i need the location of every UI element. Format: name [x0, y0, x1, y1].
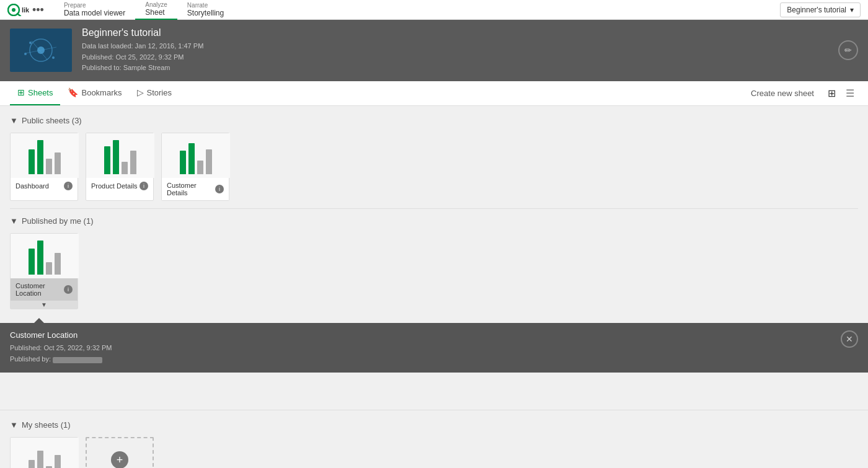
- bar: [29, 149, 35, 174]
- tooltip-published-by: Published by:: [10, 353, 858, 365]
- tooltip-panel: Customer Location Published: Oct 25, 202…: [0, 323, 868, 373]
- sheet-card-customer-location-name: Customer Location: [16, 282, 64, 297]
- bar: [113, 140, 119, 174]
- sheet-card-customer-details[interactable]: Customer Details i: [161, 133, 229, 201]
- sheet-card-dashboard-name: Dashboard: [16, 182, 64, 190]
- sheet-card-customer-location-footer: Customer Location i: [11, 278, 78, 301]
- app-info: Beginner's tutorial Data last loaded: Ja…: [82, 27, 203, 74]
- nav-narrate-top: Narrate: [187, 2, 224, 9]
- tabs-bar: ⊞ Sheets 🔖 Bookmarks ▷ Stories Create ne…: [0, 81, 868, 106]
- nav-prepare[interactable]: Prepare Data model viewer: [54, 0, 135, 20]
- sheet-card-dashboard-thumb: [11, 133, 79, 178]
- sheet-card-product-details-thumb: [86, 133, 154, 178]
- public-sheets-cards: Dashboard i Product Details i: [10, 133, 858, 201]
- tooltip-close-button[interactable]: ✕: [841, 330, 858, 348]
- create-new-sheet-card[interactable]: + Create new sheet: [86, 437, 154, 468]
- bar: [122, 162, 128, 174]
- bar: [29, 460, 35, 468]
- mid-spacer: [0, 373, 868, 410]
- svg-point-11: [24, 53, 27, 55]
- app-published-to: Published to: Sample Stream: [82, 63, 203, 74]
- nav-more-icon[interactable]: •••: [32, 4, 44, 15]
- bar: [130, 151, 136, 174]
- bar: [104, 146, 110, 174]
- published-by-me-header[interactable]: ▼ Published by me (1): [10, 216, 858, 226]
- bar: [37, 241, 43, 275]
- nav-analyze-top: Analyze: [145, 1, 167, 8]
- published-by-redacted: [53, 357, 102, 363]
- app-published: Published: Oct 25, 2022, 9:32 PM: [82, 52, 203, 63]
- grid-view-button[interactable]: ⊞: [824, 85, 839, 102]
- edit-button[interactable]: ✏: [838, 40, 858, 60]
- bar: [46, 262, 52, 275]
- close-icon: ✕: [846, 334, 853, 344]
- my-sheets-heading: My sheets (1): [22, 420, 71, 430]
- bar: [188, 143, 195, 174]
- app-dropdown-label: Beginner's tutorial: [787, 6, 846, 14]
- create-sheet-header-button[interactable]: Create new sheet: [746, 86, 819, 100]
- sheet-card-product-details-footer: Product Details i: [86, 178, 153, 194]
- sheet-card-customer-location[interactable]: Customer Location i ▼: [10, 233, 78, 309]
- svg-point-10: [52, 56, 55, 59]
- chevron-down-icon: ▾: [850, 6, 854, 14]
- nav-analyze-bottom: Sheet: [145, 8, 167, 17]
- bar: [55, 253, 61, 275]
- bar: [197, 161, 203, 174]
- nav-prepare-top: Prepare: [64, 2, 125, 9]
- sheet-card-product-details-name: Product Details: [91, 182, 140, 190]
- sheet-card-customer-location-thumb: [11, 234, 79, 278]
- sheet-card-dashboard-footer: Dashboard i: [11, 178, 78, 194]
- tooltip-arrow: [34, 318, 44, 323]
- list-view-button[interactable]: ☰: [842, 85, 858, 102]
- svg-line-2: [17, 14, 20, 16]
- sheet-card-customer-location-info[interactable]: i: [64, 285, 73, 294]
- tab-stories-label: Stories: [147, 88, 172, 97]
- nav-prepare-bottom: Data model viewer: [64, 9, 125, 17]
- sheet-card-product-details-info[interactable]: i: [140, 182, 148, 190]
- tooltip-published: Published: Oct 25, 2022, 9:32 PM: [10, 342, 858, 354]
- section-divider-1: [10, 208, 858, 209]
- nav-narrate-bottom: Storytelling: [187, 9, 224, 17]
- published-by-me-arrow: ▼: [10, 216, 18, 226]
- app-thumbnail-svg: [13, 32, 69, 69]
- sheet-card-customer-details-footer: Customer Details i: [162, 178, 229, 200]
- nav-narrate[interactable]: Narrate Storytelling: [177, 0, 234, 20]
- my-sheets-header[interactable]: ▼ My sheets (1): [10, 420, 858, 430]
- sheets-icon: ⊞: [17, 87, 25, 97]
- top-nav: lik ••• Prepare Data model viewer Analyz…: [0, 0, 868, 20]
- tab-bookmarks[interactable]: 🔖 Bookmarks: [60, 81, 129, 105]
- sheet-card-dashboard[interactable]: Dashboard i: [10, 133, 78, 201]
- sheet-card-private-sample[interactable]: Private sheet – sample i: [10, 437, 78, 468]
- tab-stories[interactable]: ▷ Stories: [130, 81, 179, 105]
- add-icon: +: [111, 451, 128, 468]
- app-title: Beginner's tutorial: [82, 27, 203, 38]
- app-header: Beginner's tutorial Data last loaded: Ja…: [0, 20, 868, 81]
- bookmarks-icon: 🔖: [68, 87, 78, 97]
- app-dropdown-button[interactable]: Beginner's tutorial ▾: [780, 2, 861, 17]
- tab-sheets[interactable]: ⊞ Sheets: [10, 81, 60, 105]
- bar: [37, 140, 43, 174]
- tab-bookmarks-label: Bookmarks: [81, 88, 122, 97]
- sheet-card-dashboard-info[interactable]: i: [64, 182, 73, 190]
- public-sheets-header[interactable]: ▼ Public sheets (3): [10, 116, 858, 125]
- bar: [55, 455, 61, 468]
- tooltip-indicator: ▼: [11, 301, 78, 309]
- sheet-card-customer-details-info[interactable]: i: [215, 185, 224, 193]
- qlik-logo[interactable]: lik •••: [7, 4, 44, 16]
- bar: [29, 249, 35, 275]
- app-thumbnail: [10, 29, 72, 72]
- my-sheets-cards: Private sheet – sample i + Create new sh…: [10, 437, 858, 468]
- qlik-logo-svg: lik: [7, 4, 30, 16]
- view-toggle: ⊞ ☰: [824, 85, 858, 102]
- tab-sheets-label: Sheets: [28, 88, 53, 97]
- stories-icon: ▷: [137, 87, 144, 97]
- sheet-card-product-details[interactable]: Product Details i: [86, 133, 154, 201]
- public-sheets-arrow: ▼: [10, 116, 18, 125]
- nav-analyze[interactable]: Analyze Sheet: [135, 0, 177, 20]
- my-sheets-content: ▼ My sheets (1) Private sheet – sample i…: [0, 410, 868, 468]
- tooltip-title: Customer Location: [10, 330, 858, 340]
- sheet-card-customer-details-thumb: [162, 133, 230, 178]
- sheet-card-customer-details-name: Customer Details: [167, 182, 215, 196]
- svg-point-1: [12, 8, 16, 12]
- edit-icon: ✏: [844, 45, 852, 55]
